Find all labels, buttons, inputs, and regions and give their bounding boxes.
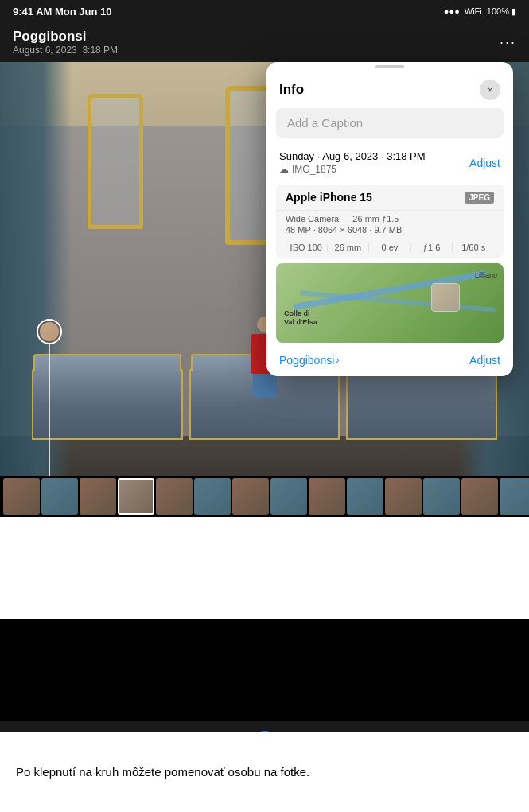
- thumbnail[interactable]: [41, 478, 78, 515]
- location-name[interactable]: Poggibonsi ›: [279, 354, 339, 367]
- file-name: IMG_1875: [292, 164, 336, 175]
- bench-left: [32, 368, 183, 440]
- date-info: Sunday · Aug 6, 2023 · 3:18 PM ☁ IMG_187…: [279, 150, 426, 175]
- info-panel-title: Info: [279, 82, 304, 98]
- face-recognition-circle[interactable]: [37, 319, 62, 344]
- thumbnail[interactable]: [347, 478, 383, 515]
- status-time: 9:41 AM Mon Jun 10: [13, 6, 112, 17]
- caption-input[interactable]: Add a Caption: [276, 108, 504, 138]
- thumbnail-active[interactable]: [118, 478, 154, 515]
- map-pin: [431, 283, 460, 312]
- info-panel: Info × Add a Caption Sunday · Aug 6, 202…: [266, 62, 513, 376]
- camera-details: Wide Camera — 26 mm ƒ1.5 48 MP · 8064 × …: [276, 211, 504, 238]
- file-info: ☁ IMG_1875: [279, 164, 426, 175]
- thumbnail[interactable]: [500, 478, 529, 515]
- map-container[interactable]: Colle diVal d'Elsa Lilliano: [276, 263, 504, 343]
- signal-icon: ●●●: [444, 6, 460, 16]
- adjust-date-button[interactable]: Adjust: [469, 157, 500, 169]
- exif-iso: ISO 100: [286, 243, 328, 252]
- photo-location: Poggibonsi August 6, 2023 3:18 PM: [13, 29, 118, 56]
- battery-icon: 100% ▮: [487, 6, 516, 17]
- exif-shutter: 1/60 s: [453, 243, 494, 252]
- thumbnail[interactable]: [3, 478, 40, 515]
- photo-location-date: August 6, 2023 3:18 PM: [13, 45, 118, 56]
- face-indicator-line: [49, 344, 50, 484]
- exif-ev: 0 ev: [369, 243, 411, 252]
- device-name: Apple iPhone 15: [286, 191, 372, 204]
- thumbnail[interactable]: [270, 478, 307, 515]
- status-bar: 9:41 AM Mon Jun 10 ●●● WiFi 100% ▮: [0, 0, 529, 22]
- thumbnail[interactable]: [423, 478, 460, 515]
- location-chevron-icon: ›: [336, 355, 339, 366]
- face-thumbnail: [40, 322, 59, 341]
- info-panel-header: Info ×: [266, 68, 513, 108]
- thumbnail[interactable]: [156, 478, 193, 515]
- device-info-box: Apple iPhone 15 JPEG Wide Camera — 26 mm…: [276, 185, 504, 258]
- info-close-button[interactable]: ×: [480, 80, 500, 100]
- date-text: Sunday · Aug 6, 2023 · 3:18 PM: [279, 150, 426, 162]
- exif-row: ISO 100 26 mm 0 ev ƒ1.6 1/60 s: [276, 238, 504, 258]
- format-badge: JPEG: [465, 192, 494, 204]
- mirror-left: [88, 94, 143, 229]
- cloud-icon: ☁: [279, 164, 289, 175]
- status-icons: ●●● WiFi 100% ▮: [444, 6, 516, 17]
- thumbnail[interactable]: [80, 478, 116, 515]
- map-label-colle: Colle diVal d'Elsa: [284, 309, 317, 327]
- thumbnail-strip[interactable]: [0, 476, 529, 517]
- date-row: Sunday · Aug 6, 2023 · 3:18 PM ☁ IMG_187…: [266, 146, 513, 180]
- map-pin-image: [432, 284, 459, 311]
- thumbnail[interactable]: [461, 478, 498, 515]
- thumbnail[interactable]: [194, 478, 231, 515]
- bench-right: [346, 368, 497, 440]
- person-legs: [253, 374, 277, 398]
- photo-location-name: Poggibonsi: [13, 29, 118, 45]
- thumbnail[interactable]: [385, 478, 422, 515]
- thumbnail[interactable]: [232, 478, 269, 515]
- more-options-icon[interactable]: ···: [500, 34, 516, 51]
- caption-text: Po klepnutí na kruh môžete pomenovať oso…: [16, 763, 309, 780]
- exif-focal: 26 mm: [328, 243, 370, 252]
- device-row: Apple iPhone 15 JPEG: [276, 185, 504, 211]
- location-row: Poggibonsi › Adjust: [266, 348, 513, 376]
- map-label-lilliano: Lilliano: [475, 271, 497, 279]
- caption-area: Po klepnutí na kruh môžete pomenovať oso…: [0, 732, 529, 812]
- wifi-icon: WiFi: [465, 6, 482, 16]
- exif-aperture: ƒ1.6: [411, 243, 453, 252]
- adjust-location-button[interactable]: Adjust: [469, 354, 500, 367]
- photo-title-bar: Poggibonsi August 6, 2023 3:18 PM ···: [0, 22, 529, 62]
- thumbnail[interactable]: [309, 478, 345, 515]
